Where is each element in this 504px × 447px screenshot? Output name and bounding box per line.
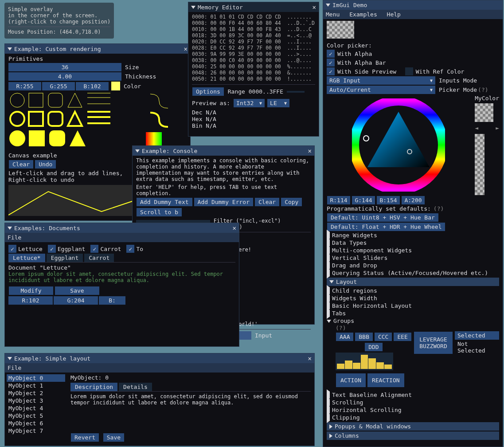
tree-item[interactable]: Range Widgets <box>327 231 499 239</box>
doc-tab[interactable]: Carrot <box>84 254 114 262</box>
collapse-icon[interactable] <box>8 47 12 51</box>
close-icon[interactable]: ✕ <box>184 45 188 52</box>
titlebar[interactable]: Example: Custom rendering ✕ <box>5 44 190 54</box>
menu-item[interactable]: Menu <box>326 11 340 18</box>
channel-r[interactable]: R:114 <box>327 196 350 204</box>
list-item[interactable]: MyObject 5 <box>7 412 65 420</box>
thickness-input[interactable]: 4.00 <box>8 72 121 81</box>
close-icon[interactable]: ✕ <box>308 147 312 154</box>
color-wheel[interactable] <box>352 98 445 192</box>
group-btn[interactable]: EEE <box>394 333 411 341</box>
group-btn-ddd[interactable]: DDD <box>365 343 382 351</box>
add-dummy-error-button[interactable]: Add Dummy Error <box>194 198 253 206</box>
group-btn[interactable]: AAA <box>336 333 353 341</box>
hex-dump[interactable]: 0000: 01 01 01 CD CD CD CD CD ........ 0… <box>192 14 315 82</box>
save-button[interactable]: Save <box>55 286 99 295</box>
alpha-bar[interactable] <box>475 134 484 195</box>
group-btn[interactable]: CCC <box>375 333 392 341</box>
endian-combo[interactable]: LE▼ <box>267 99 289 107</box>
clear-button[interactable]: Clear <box>255 198 279 206</box>
copy-button[interactable]: Copy <box>281 198 302 206</box>
layout-tab[interactable]: Description <box>70 383 117 391</box>
tree-item[interactable]: Child regions <box>327 287 499 294</box>
checkbox[interactable]: ✓ <box>327 59 335 67</box>
collapse-icon[interactable] <box>326 4 330 7</box>
tree-item[interactable]: Text Baseline Alignment <box>327 391 499 399</box>
channel-b[interactable]: B:154 <box>377 196 400 204</box>
collapse-icon[interactable] <box>8 357 12 360</box>
tree-item[interactable]: Querying Status (Active/Focused/Hovered … <box>327 269 499 277</box>
doc-tab[interactable]: Lettuce* <box>8 254 45 262</box>
doc-color-b[interactable]: B: <box>99 296 125 305</box>
help-icon[interactable]: (?) <box>336 325 499 331</box>
columns-header[interactable]: Columns <box>327 431 499 440</box>
tree-item[interactable]: Clipping <box>327 414 499 421</box>
help-icon[interactable]: (?) <box>434 205 444 212</box>
save-button[interactable]: Save <box>103 433 124 442</box>
list-item[interactable]: MyObject 3 <box>7 397 65 404</box>
action-button[interactable]: ACTION <box>336 373 366 387</box>
checkbox[interactable]: ✓ <box>90 245 98 253</box>
titlebar[interactable]: Example: Simple layout ✕ <box>5 353 314 363</box>
doc-color-r[interactable]: R:102 <box>8 296 53 305</box>
tree-item[interactable]: Tabs <box>327 310 499 317</box>
default-button-1[interactable]: Default: Uint8 + HSV + Hue Bar <box>327 213 438 222</box>
color-r[interactable]: R:255 <box>8 82 41 90</box>
addr-input[interactable] <box>287 91 305 93</box>
scroll-bottom-button[interactable]: Scroll to b <box>137 208 182 216</box>
list-item[interactable]: MyObject 4 <box>7 404 65 412</box>
menu-item[interactable]: Help <box>387 11 401 18</box>
file-menu[interactable]: File <box>8 234 21 241</box>
color-b[interactable]: B:102 <box>76 82 109 90</box>
file-menu[interactable]: File <box>8 365 21 371</box>
popups-header[interactable]: Popups & Modal windows <box>327 422 499 431</box>
collapse-icon[interactable] <box>191 6 195 9</box>
object-list[interactable]: MyObject 0MyObject 1MyObject 2MyObject 3… <box>5 372 67 442</box>
tree-item[interactable]: Basic Horizontal Layout <box>327 302 499 310</box>
tree-groups[interactable]: Groups <box>327 317 499 325</box>
group-btn[interactable]: BBB <box>355 333 372 341</box>
menu-item[interactable]: Examples <box>349 11 377 18</box>
picker-mode-combo[interactable]: Auto/Current▼ <box>327 86 435 94</box>
datatype-combo[interactable]: Int32▼ <box>234 99 265 107</box>
clear-button[interactable]: Clear <box>9 160 33 169</box>
tree-item[interactable]: Scrolling <box>327 399 499 406</box>
layout-tab[interactable]: Details <box>119 383 152 391</box>
default-button-2[interactable]: Default: Float + HDR + Hue Wheel <box>327 223 445 231</box>
checkbox[interactable]: ✓ <box>48 245 56 253</box>
options-button[interactable]: Options <box>192 87 224 96</box>
color-g[interactable]: G:255 <box>42 82 75 90</box>
checkbox[interactable]: ✓ <box>126 245 134 253</box>
list-item[interactable]: MyObject 6 <box>7 420 65 427</box>
close-icon[interactable]: ✕ <box>308 355 312 362</box>
add-dummy-text-button[interactable]: Add Dummy Text <box>137 198 192 206</box>
help-icon[interactable]: (?) <box>478 86 488 93</box>
channel-g[interactable]: G:144 <box>352 196 375 204</box>
leverage-button[interactable]: LEVERAGE BUZZWORD <box>414 332 453 354</box>
tree-item[interactable]: Widgets Width <box>327 294 499 302</box>
tree-item[interactable]: Data Types <box>327 239 499 247</box>
mycolor-preview[interactable] <box>475 103 493 122</box>
selected-item[interactable]: Selected <box>455 331 499 340</box>
list-item[interactable]: MyObject 1 <box>7 382 65 389</box>
not-selected-item[interactable]: Not Selected <box>455 340 499 355</box>
checkbox[interactable] <box>405 67 413 75</box>
titlebar[interactable]: Example: Console ✕ <box>133 146 314 156</box>
tree-item[interactable]: Horizontal Scrolling <box>327 406 499 414</box>
titlebar[interactable]: Memory Editor ✕ <box>188 2 319 12</box>
inputs-mode-combo[interactable]: RGB Input▼ <box>327 76 435 85</box>
collapse-icon[interactable] <box>8 227 12 230</box>
reaction-button[interactable]: REACTION <box>367 373 404 387</box>
checkbox[interactable]: ✓ <box>8 245 16 253</box>
channel-a[interactable]: A:200 <box>402 196 425 204</box>
checkbox[interactable]: ✓ <box>327 67 335 75</box>
revert-button[interactable]: Revert <box>71 433 99 442</box>
tree-item[interactable]: Drag and Drop <box>327 262 499 269</box>
size-input[interactable]: 36 <box>8 63 121 71</box>
doc-color-g[interactable]: G:204 <box>54 296 98 305</box>
doc-tab[interactable]: Eggplant <box>47 254 83 262</box>
list-item[interactable]: MyObject 7 <box>7 427 65 435</box>
titlebar[interactable]: ImGui Demo <box>323 0 503 10</box>
layout-header[interactable]: Layout <box>327 278 499 286</box>
titlebar[interactable]: Examples: Documents ✕ <box>5 223 239 233</box>
